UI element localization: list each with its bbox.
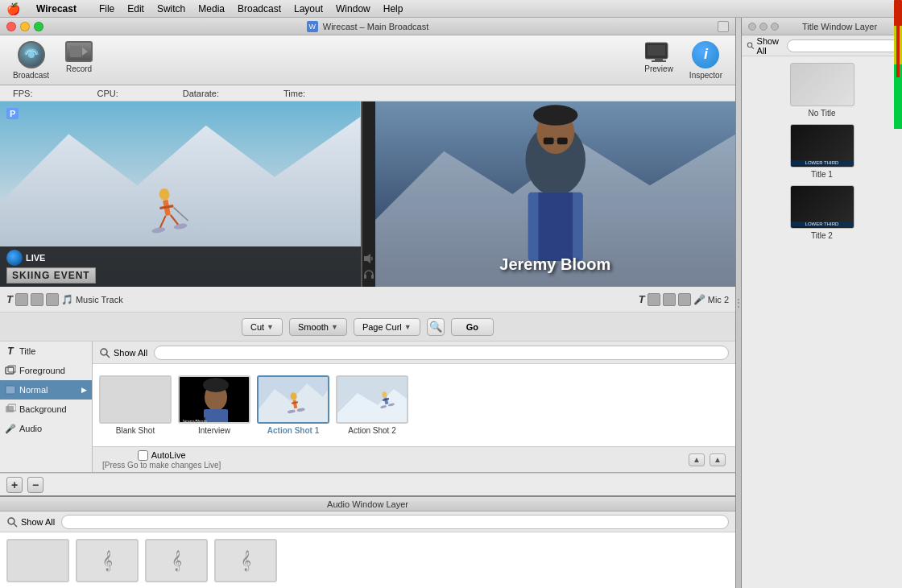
audio-window: Audio Window Layer Show All 𝄞 𝄞 𝄞 <box>0 495 735 588</box>
speaker-icon[interactable] <box>363 253 374 264</box>
maximize-button[interactable] <box>718 21 729 32</box>
audio-toolbar: Show All <box>0 511 735 532</box>
svg-point-24 <box>533 105 577 126</box>
svg-point-41 <box>203 378 229 392</box>
title-item-title2[interactable]: LOWER THIRD Title 2 <box>748 185 896 240</box>
shots-search-input[interactable] <box>154 346 729 360</box>
title-panel: Title Window Layer Show All No Title LOW… <box>741 18 902 588</box>
title-minimize-btn[interactable] <box>759 23 768 31</box>
track-btn-4[interactable] <box>648 293 660 306</box>
layer-title[interactable]: T Title <box>0 342 92 361</box>
magnifier-button[interactable]: 🔍 <box>427 318 445 336</box>
menu-item-help[interactable]: Help <box>377 3 410 14</box>
audio-shot-2[interactable]: 𝄞 <box>145 539 208 582</box>
layer-arrows: ▲ ▲ <box>689 453 726 466</box>
shot-action2-thumb <box>336 375 408 424</box>
preview-button[interactable]: Preview <box>638 38 680 83</box>
layer-down-button[interactable]: ▲ <box>710 453 726 466</box>
track-btn-3[interactable] <box>46 293 59 306</box>
record-icon <box>65 41 93 62</box>
track-btn-6[interactable] <box>678 293 691 306</box>
event-label: Skiing Event <box>6 267 96 284</box>
autolive-checkbox[interactable] <box>138 450 148 461</box>
shot-action2-label: Action Shot 2 <box>348 426 395 435</box>
autolive-hint: [Press Go to make changes Live] <box>102 461 221 470</box>
layer-background[interactable]: Background <box>0 400 92 419</box>
audio-shot-3[interactable]: 𝄞 <box>214 539 277 582</box>
shot-action1-label: Action Shot 1 <box>267 426 319 435</box>
go-button[interactable]: Go <box>451 318 494 336</box>
track-btn-1[interactable] <box>15 293 28 306</box>
menu-item-window[interactable]: Window <box>329 3 377 14</box>
add-shot-button[interactable]: + <box>6 477 23 493</box>
menu-item-broadcast[interactable]: Broadcast <box>231 3 288 14</box>
title-item-title1[interactable]: LOWER THIRD Title 1 <box>748 124 896 179</box>
audio-shot-1[interactable]: 𝄞 <box>76 539 139 582</box>
title-search-input[interactable] <box>787 39 900 52</box>
remove-shot-button[interactable]: − <box>27 477 43 493</box>
broadcast-label: Broadcast <box>13 71 49 80</box>
title-close-btn[interactable] <box>748 23 756 31</box>
title-traffic-lights <box>748 23 779 31</box>
shot-interview[interactable]: JeremyBloom Interview <box>178 375 250 435</box>
title-thumb-title1: LOWER THIRD <box>790 124 854 168</box>
background-layer-icon <box>5 404 16 415</box>
svg-rect-19 <box>371 275 374 279</box>
zoom-button[interactable] <box>34 22 43 31</box>
audio-shots-area: 𝄞 𝄞 𝄞 <box>0 532 735 588</box>
shot-action1[interactable]: Action Shot 1 <box>257 375 329 435</box>
autolive-checkbox-row[interactable]: AutoLive <box>138 450 186 461</box>
audio-show-all-button[interactable]: Show All <box>6 516 55 528</box>
autolive-bar: AutoLive [Press Go to make changes Live]… <box>93 446 735 472</box>
layers-sidebar: T Title Foreground Normal ▶ <box>0 342 93 472</box>
title-show-all-button[interactable]: Show All <box>747 36 782 56</box>
broadcast-button[interactable]: Broadcast <box>6 38 56 83</box>
preview-left-video: P LIVE Skiing Event <box>0 101 361 287</box>
window-title: W Wirecast – Main Broadcast <box>307 21 428 32</box>
audio-search-input[interactable] <box>61 515 729 529</box>
layer-normal[interactable]: Normal ▶ <box>0 380 92 400</box>
title-panel-titlebar: Title Window Layer <box>742 18 902 35</box>
close-button[interactable] <box>6 22 16 31</box>
mic-icon-right: 🎤 <box>693 294 705 305</box>
headphone-icon[interactable] <box>363 269 374 280</box>
audio-shot-blank[interactable] <box>6 539 69 582</box>
shots-area: Blank Shot JeremyBloom <box>93 364 735 446</box>
menu-item-media[interactable]: Media <box>192 3 231 14</box>
layer-up-button[interactable]: ▲ <box>689 453 705 466</box>
show-all-button[interactable]: Show All <box>99 347 147 358</box>
preview-label: Preview <box>644 64 673 73</box>
text-icon-right: T <box>639 293 645 305</box>
cut-button[interactable]: Cut ▼ <box>242 318 283 336</box>
title-zoom-btn[interactable] <box>771 23 779 31</box>
minimize-button[interactable] <box>20 22 30 31</box>
layer-foreground[interactable]: Foreground <box>0 361 92 380</box>
menu-item-edit[interactable]: Edit <box>121 3 151 14</box>
menu-item-switch[interactable]: Switch <box>151 3 192 14</box>
track-btn-2[interactable] <box>31 293 43 306</box>
shot-action2[interactable]: Action Shot 2 <box>336 375 408 435</box>
menu-item-layout[interactable]: Layout <box>288 3 329 14</box>
menu-item-wirecast[interactable]: Wirecast <box>30 3 83 14</box>
pagecurl-button[interactable]: Page Curl ▼ <box>354 318 420 336</box>
app-icon: W <box>307 21 318 32</box>
svg-marker-2 <box>82 48 88 56</box>
inspector-button[interactable]: i Inspector <box>683 38 729 83</box>
title-item-no-title[interactable]: No Title <box>748 63 896 118</box>
svg-rect-1 <box>70 46 81 57</box>
svg-rect-30 <box>6 367 14 374</box>
menu-item-file[interactable]: File <box>93 3 121 14</box>
live-overlay: LIVE Skiing Event <box>0 246 361 287</box>
apple-menu[interactable]: 🍎 <box>6 2 20 15</box>
title-panel-title: Title Window Layer <box>784 22 896 31</box>
svg-point-59 <box>8 518 14 524</box>
globe-icon <box>6 250 23 266</box>
layer-audio[interactable]: 🎤 Audio <box>0 419 92 438</box>
record-button[interactable]: Record <box>59 38 99 83</box>
svg-point-61 <box>747 43 751 47</box>
track-btn-5[interactable] <box>663 293 676 306</box>
main-window-titlebar: W Wirecast – Main Broadcast <box>0 18 735 35</box>
smooth-button[interactable]: Smooth ▼ <box>289 318 347 336</box>
shot-blank-shot[interactable]: Blank Shot <box>99 375 172 435</box>
datarate-label: Datarate: <box>183 89 219 98</box>
